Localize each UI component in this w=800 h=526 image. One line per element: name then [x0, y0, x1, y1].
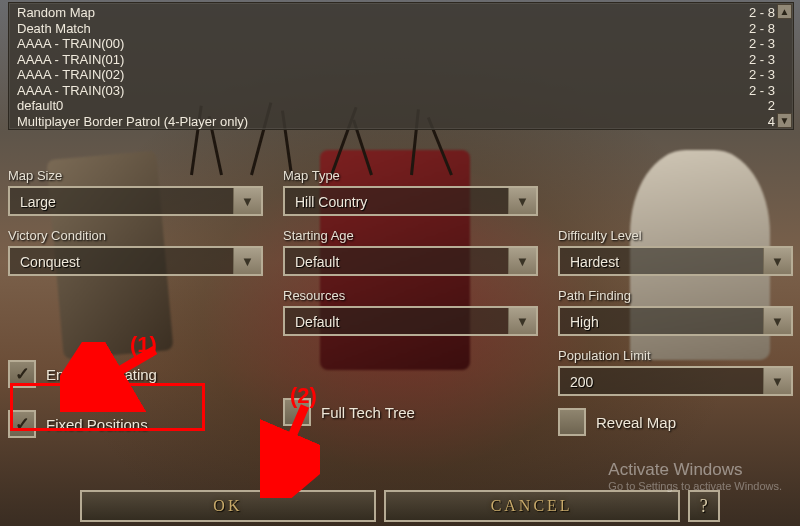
scenario-players: 2 - 3: [749, 67, 775, 83]
checkbox-icon: [283, 398, 311, 426]
chevron-down-icon: ▼: [508, 308, 536, 334]
scenario-row[interactable]: Multiplayer Border Patrol (4-Player only…: [17, 114, 775, 130]
resources-dropdown[interactable]: Default ▼: [283, 306, 538, 336]
resources-label: Resources: [283, 288, 538, 303]
starting-age-value: Default: [285, 248, 508, 274]
chevron-down-icon: ▼: [233, 248, 261, 274]
difficulty-level-value: Hardest: [560, 248, 763, 274]
path-finding-value: High: [560, 308, 763, 334]
scenario-row[interactable]: AAAA - TRAIN(01)2 - 3: [17, 52, 775, 68]
scenario-name: Multiplayer Border Patrol (4-Player only…: [17, 114, 248, 130]
scenario-name: AAAA - TRAIN(00): [17, 36, 124, 52]
scroll-up-button[interactable]: ▲: [777, 4, 792, 19]
windows-watermark: Activate Windows Go to Settings to activ…: [608, 460, 782, 492]
checkbox-icon: [558, 408, 586, 436]
starting-age-dropdown[interactable]: Default ▼: [283, 246, 538, 276]
full-tech-tree-label: Full Tech Tree: [321, 404, 415, 421]
scenario-row[interactable]: AAAA - TRAIN(02)2 - 3: [17, 67, 775, 83]
scenario-players: 4: [768, 114, 775, 130]
scenario-name: Death Match: [17, 21, 91, 37]
difficulty-level-dropdown[interactable]: Hardest ▼: [558, 246, 793, 276]
fixed-positions-checkbox[interactable]: ✓ Fixed Positions: [8, 410, 263, 438]
reveal-map-label: Reveal Map: [596, 414, 676, 431]
scenario-name: Random Map: [17, 5, 95, 21]
chevron-down-icon: ▼: [233, 188, 261, 214]
map-size-value: Large: [10, 188, 233, 214]
scenario-row[interactable]: Death Match2 - 8: [17, 21, 775, 37]
checkbox-icon: ✓: [8, 360, 36, 388]
scenario-name: AAAA - TRAIN(01): [17, 52, 124, 68]
cancel-button[interactable]: CANCEL: [384, 490, 680, 522]
resources-value: Default: [285, 308, 508, 334]
population-limit-label: Population Limit: [558, 348, 793, 363]
scenario-players: 2 - 3: [749, 52, 775, 68]
scenario-players: 2: [768, 98, 775, 114]
difficulty-level-label: Difficulty Level: [558, 228, 793, 243]
full-tech-tree-checkbox[interactable]: Full Tech Tree: [283, 398, 538, 426]
map-size-dropdown[interactable]: Large ▼: [8, 186, 263, 216]
victory-condition-label: Victory Condition: [8, 228, 263, 243]
scenario-row[interactable]: AAAA - TRAIN(03)2 - 3: [17, 83, 775, 99]
scenario-players: 2 - 8: [749, 21, 775, 37]
map-size-label: Map Size: [8, 168, 263, 183]
path-finding-dropdown[interactable]: High ▼: [558, 306, 793, 336]
scenario-name: AAAA - TRAIN(03): [17, 83, 124, 99]
watermark-title: Activate Windows: [608, 460, 742, 479]
population-limit-value: 200: [560, 368, 763, 394]
population-limit-dropdown[interactable]: 200 ▼: [558, 366, 793, 396]
enable-cheating-checkbox[interactable]: ✓ Enable Cheating: [8, 360, 263, 388]
scenario-row[interactable]: default02: [17, 98, 775, 114]
chevron-down-icon: ▼: [508, 248, 536, 274]
scenario-players: 2 - 3: [749, 36, 775, 52]
chevron-down-icon: ▼: [508, 188, 536, 214]
victory-condition-value: Conquest: [10, 248, 233, 274]
map-type-dropdown[interactable]: Hill Country ▼: [283, 186, 538, 216]
map-type-label: Map Type: [283, 168, 538, 183]
scenario-list[interactable]: ▲ ▼ Random Map2 - 8Death Match2 - 8AAAA …: [8, 2, 794, 130]
scenario-name: AAAA - TRAIN(02): [17, 67, 124, 83]
starting-age-label: Starting Age: [283, 228, 538, 243]
enable-cheating-label: Enable Cheating: [46, 366, 157, 383]
help-button[interactable]: ?: [688, 490, 720, 522]
scenario-players: 2 - 3: [749, 83, 775, 99]
scenario-row[interactable]: AAAA - TRAIN(00)2 - 3: [17, 36, 775, 52]
reveal-map-checkbox[interactable]: Reveal Map: [558, 408, 793, 436]
map-type-value: Hill Country: [285, 188, 508, 214]
ok-button[interactable]: OK: [80, 490, 376, 522]
scroll-down-button[interactable]: ▼: [777, 113, 792, 128]
victory-condition-dropdown[interactable]: Conquest ▼: [8, 246, 263, 276]
scenario-name: default0: [17, 98, 63, 114]
path-finding-label: Path Finding: [558, 288, 793, 303]
chevron-down-icon: ▼: [763, 368, 791, 394]
chevron-down-icon: ▼: [763, 308, 791, 334]
scenario-row[interactable]: Random Map2 - 8: [17, 5, 775, 21]
checkbox-icon: ✓: [8, 410, 36, 438]
fixed-positions-label: Fixed Positions: [46, 416, 148, 433]
chevron-down-icon: ▼: [763, 248, 791, 274]
scenario-players: 2 - 8: [749, 5, 775, 21]
